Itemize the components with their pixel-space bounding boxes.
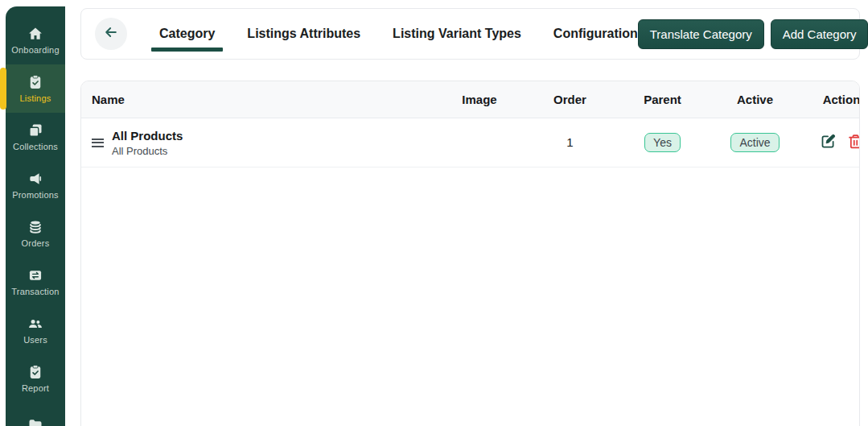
edit-button[interactable] [820, 134, 837, 151]
category-order: 1 [566, 135, 573, 149]
edit-icon [820, 133, 837, 152]
column-header-image: Image [435, 93, 524, 106]
column-header-name: Name [81, 93, 435, 106]
translate-category-button[interactable]: Translate Category [638, 19, 764, 49]
sidebar-item-collections[interactable]: Collections [6, 113, 65, 161]
sidebar-item-label: Orders [22, 238, 50, 248]
sidebar-item-label: Users [23, 335, 47, 345]
tab-configuration[interactable]: Configuration [553, 9, 638, 59]
sidebar-item-report[interactable]: Report [6, 354, 65, 403]
sidebar-item-promotions[interactable]: Promotions [6, 161, 65, 209]
back-button[interactable] [95, 18, 127, 50]
copies-icon [27, 122, 43, 139]
home-icon [27, 26, 43, 42]
category-name: All Products [112, 129, 183, 143]
tab-listing-variant-types[interactable]: Listing Variant Types [393, 9, 521, 59]
tab-bar: Category Listings Attributes Listing Var… [159, 9, 638, 59]
category-subtitle: All Products [112, 145, 183, 157]
sidebar-item-label: Report [22, 383, 49, 393]
column-header-active: Active [709, 93, 801, 106]
sidebar-item-folder[interactable] [6, 403, 65, 426]
sidebar-item-onboarding[interactable]: Onboarding [6, 16, 65, 64]
active-indicator [0, 68, 6, 110]
sidebar-item-listings[interactable]: Listings [6, 64, 65, 113]
toolbar-actions: Translate Category Add Category [638, 19, 868, 49]
sidebar-item-label: Transaction [11, 287, 59, 296]
clipboard-check-icon [27, 364, 43, 380]
users-icon [27, 316, 43, 332]
table-header-row: Name Image Order Parent Active Action [81, 81, 860, 118]
sidebar-item-label: Promotions [12, 190, 59, 200]
category-table-card: Name Image Order Parent Active Action Al… [80, 81, 860, 426]
sidebar-item-orders[interactable]: Orders [6, 209, 65, 258]
database-icon [27, 219, 43, 235]
sidebar: Onboarding Listings Collections [6, 6, 65, 426]
column-header-parent: Parent [616, 93, 709, 106]
clipboard-check-icon [27, 74, 43, 90]
add-category-button[interactable]: Add Category [771, 19, 868, 49]
sidebar-item-transaction[interactable]: Transaction [6, 258, 65, 306]
column-header-order: Order [524, 93, 616, 106]
category-table: Name Image Order Parent Active Action Al… [81, 81, 860, 168]
megaphone-icon [27, 171, 43, 187]
parent-badge: Yes [644, 133, 681, 152]
sidebar-item-users[interactable]: Users [6, 306, 65, 354]
sidebar-item-label: Collections [13, 142, 58, 151]
column-header-action: Action [801, 93, 860, 106]
drag-handle-icon[interactable] [92, 139, 104, 147]
tab-category[interactable]: Category [159, 9, 215, 59]
folder-icon [27, 417, 43, 426]
status-badge: Active [730, 133, 779, 152]
delete-button[interactable] [847, 134, 861, 151]
table-row: All Products All Products 1 Yes Active [81, 118, 860, 168]
swap-arrows-icon [27, 267, 43, 283]
sidebar-item-label: Onboarding [11, 45, 60, 55]
tab-listings-attributes[interactable]: Listings Attributes [247, 9, 360, 59]
sidebar-item-label: Listings [20, 93, 51, 103]
left-arrow-icon [103, 24, 119, 43]
category-toolbar: Category Listings Attributes Listing Var… [80, 8, 860, 60]
trash-icon [847, 133, 861, 152]
